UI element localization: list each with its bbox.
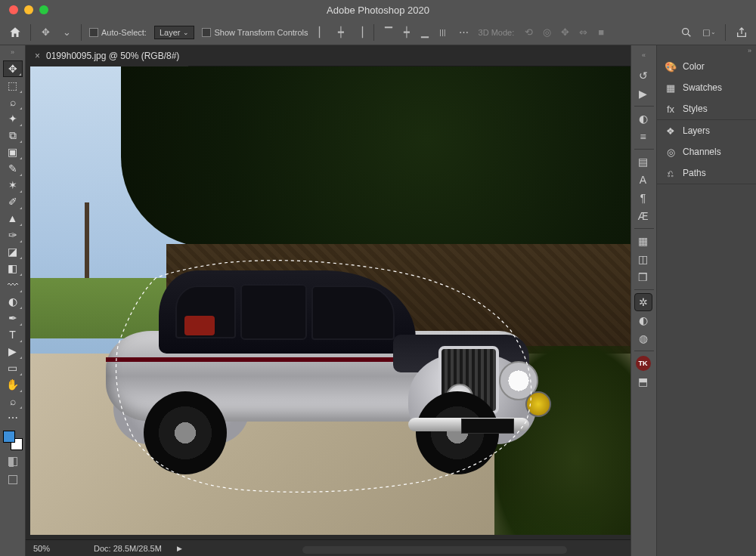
panel-icon-panel-1[interactable]: ▦ [634,232,652,250]
panel-channels[interactable]: ◎Channels [657,141,756,162]
image-canvas[interactable] [30,66,631,535]
zoom-level[interactable]: 50% [33,544,79,553]
panel-icon-libraries[interactable]: ▤ [634,153,652,171]
tool-frame[interactable]: ▣ [3,144,23,160]
panel-icon-adjustments[interactable]: ◐ [634,110,652,128]
more-options-icon[interactable]: ⋯ [457,26,471,39]
align-right-icon[interactable]: ▕ [352,26,366,39]
panel-icon-actions[interactable]: ▶ [634,85,652,103]
auto-select-checkbox[interactable]: Auto-Select: [89,28,147,37]
swatches-label: Swatches [683,82,722,93]
tool-zoom[interactable]: ⌕ [3,393,23,409]
tool-path-select[interactable]: ▶ [3,343,23,360]
panel-icon-character[interactable]: A [634,171,652,189]
channels-label: Channels [683,147,721,157]
3d-roll-icon: ◎ [540,26,553,39]
panel-icon-panel-4[interactable]: ◐ [634,311,652,329]
tool-history-brush[interactable]: ✑ [3,227,23,243]
tool-eraser[interactable]: ◪ [3,243,23,260]
tool-pen[interactable]: ✒ [3,310,23,326]
panel-layers[interactable]: ❖Layers [657,120,756,141]
expand-right-icon[interactable]: « [642,51,646,59]
document-tab[interactable]: × 0199h0095.jpg @ 50% (RGB/8#) [26,45,188,66]
car-image-subject [106,240,544,482]
3d-slide-icon: ⇔ [576,26,590,39]
panel-swatches[interactable]: ▦Swatches [657,77,756,98]
align-left-icon[interactable]: ▏ [316,26,330,39]
panel-icon-history[interactable]: ↺ [634,66,652,85]
tool-gradient[interactable]: ◧ [3,260,23,276]
app-title: Adobe Photoshop 2020 [327,5,429,16]
horizontal-scrollbar[interactable] [302,546,567,554]
show-transform-checkbox[interactable]: Show Transform Controls [202,28,308,37]
panel-icon-properties[interactable]: ≡ [634,128,652,146]
layers-label: Layers [683,125,710,136]
tool-healing[interactable]: ✶ [3,177,23,193]
align-center-h-icon[interactable]: ┿ [334,26,348,39]
align-bottom-icon[interactable]: ▁ [418,26,432,39]
maximize-window[interactable] [39,5,48,14]
tool-edit-toolbar[interactable]: ⋯ [3,409,23,426]
panel-color[interactable]: 🎨Color [657,56,756,77]
show-transform-label: Show Transform Controls [214,28,308,37]
home-button[interactable] [8,25,23,40]
color-label: Color [683,61,705,72]
tool-dodge[interactable]: ◐ [3,293,23,310]
3d-zoom-icon: ■ [594,26,608,39]
search-icon[interactable] [680,26,693,39]
tool-move[interactable]: ✥ [3,60,23,77]
distribute-icon[interactable]: ⫼ [436,26,450,39]
status-bar: 50% Doc: 28.5M/28.5M ▶ [26,539,631,556]
collapse-panels-icon[interactable]: » [657,45,756,56]
paths-label: Paths [683,168,706,178]
expand-left-icon[interactable]: » [11,48,14,56]
panel-paths[interactable]: ⎌Paths [657,162,756,184]
auto-select-label: Auto-Select: [101,28,147,37]
align-middle-icon[interactable]: ┿ [400,26,414,39]
paths-icon: ⎌ [665,167,677,179]
tool-lasso[interactable]: ⌕ [3,94,23,110]
canvas[interactable] [26,66,631,539]
panel-icon-paragraph[interactable]: ¶ [634,189,652,207]
close-window[interactable] [9,5,18,14]
tool-magic-wand[interactable]: ✦ [3,110,23,127]
doc-info-chevron[interactable]: ▶ [177,545,182,552]
tool-preset-dropdown[interactable]: ⌄ [60,26,73,39]
right-panels: » 🎨Color▦SwatchesfxStyles ❖Layers◎Channe… [656,45,756,556]
screen-mode-icon[interactable]: ◻⌄ [702,26,716,39]
share-icon[interactable] [735,26,748,39]
align-top-icon[interactable]: ▔ [382,26,395,39]
tool-rectangle[interactable]: ▭ [3,360,23,376]
foreground-color-swatch[interactable] [3,431,15,443]
layers-icon: ❖ [665,125,677,137]
3d-mode-label: 3D Mode: [479,28,515,37]
color-swatches[interactable] [3,431,23,450]
tool-brush[interactable]: ✐ [3,193,23,210]
panel-icon-panel-6[interactable]: ⬒ [634,372,652,391]
auto-select-target-dropdown[interactable]: Layer⌄ [154,26,195,39]
minimize-window[interactable] [24,5,33,14]
quick-mask-button[interactable] [3,455,23,468]
panel-icon-glyphs[interactable]: Æ [634,207,652,225]
tool-hand[interactable]: ✋ [3,376,23,393]
tool-type[interactable]: T [3,326,23,343]
tool-clone[interactable]: ▲ [3,210,23,227]
screen-mode-button[interactable] [3,473,23,486]
document-tabs: × 0199h0095.jpg @ 50% (RGB/8#) [26,45,631,66]
panel-icon-tk-panel[interactable]: TK [634,354,652,372]
document-area: × 0199h0095.jpg @ 50% (RGB/8#) [26,45,631,556]
document-tab-label: 0199h0095.jpg @ 50% (RGB/8#) [46,51,179,61]
panel-icon-panel-5[interactable]: ◍ [634,329,652,348]
svg-point-0 [683,28,689,34]
panel-styles[interactable]: fxStyles [657,98,756,119]
tool-eyedropper[interactable]: ✎ [3,160,23,177]
panel-icon-active-panel[interactable]: ✲ [634,293,652,311]
close-tab-icon[interactable]: × [35,51,40,61]
panel-icon-panel-3[interactable]: ❒ [634,268,652,286]
3d-orbit-icon: ⟲ [522,26,535,39]
tool-blur[interactable]: 〰 [3,276,23,293]
panel-icon-panel-2[interactable]: ◫ [634,250,652,268]
tool-crop[interactable]: ⧉ [3,127,23,144]
tool-marquee[interactable]: ⬚ [3,77,23,94]
doc-info[interactable]: Doc: 28.5M/28.5M [94,544,162,553]
